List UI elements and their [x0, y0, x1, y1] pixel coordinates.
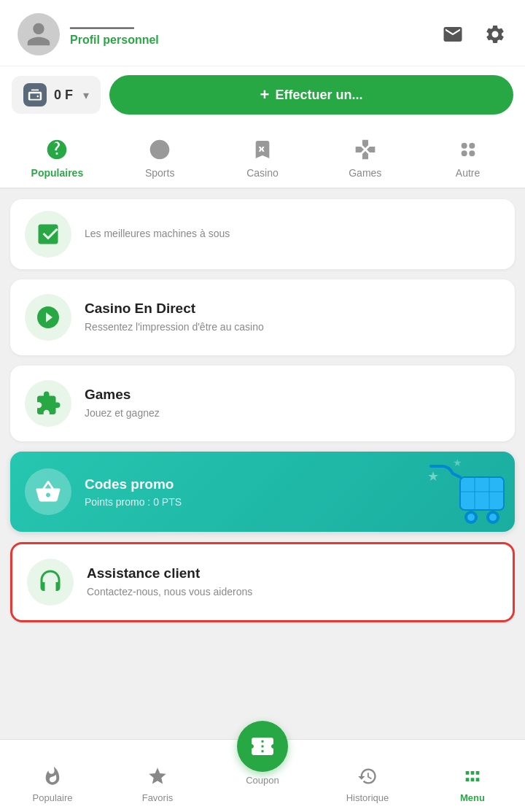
- header: ━━━━━━━━━━━ Profil personnel: [0, 0, 525, 66]
- tab-autre-label: Autre: [456, 167, 480, 179]
- games-icon: [352, 136, 378, 163]
- promo-text: Codes promo Points promo : 0 PTS: [85, 476, 500, 508]
- svg-point-13: [467, 514, 475, 521]
- svg-point-14: [486, 511, 499, 524]
- promo-subtitle: Points promo : 0 PTS: [85, 496, 500, 508]
- nav-favoris[interactable]: Favoris: [105, 756, 210, 812]
- games-card-icon-circle: [25, 380, 71, 427]
- tab-games-label: Games: [349, 167, 381, 179]
- promo-icon-circle: [25, 468, 71, 515]
- tab-autre[interactable]: Autre: [416, 126, 519, 187]
- svg-point-12: [464, 511, 478, 524]
- tab-sports[interactable]: Sports: [109, 126, 211, 187]
- svg-point-2: [461, 150, 467, 156]
- assistance-icon-circle: [27, 559, 74, 606]
- games-card[interactable]: Games Jouez et gagnez: [10, 366, 515, 441]
- svg-point-3: [469, 150, 475, 156]
- casino-live-subtitle: Ressentez l'impression d'être au casino: [85, 320, 500, 335]
- main-content: Les meilleures machines à sous Casino En…: [0, 189, 525, 713]
- coupon-circle: [237, 721, 288, 772]
- slots-card[interactable]: Les meilleures machines à sous: [10, 199, 515, 269]
- svg-point-0: [461, 143, 467, 149]
- balance-selector[interactable]: 0 F ▾: [12, 76, 101, 114]
- nav-menu-label: Menu: [460, 792, 485, 803]
- settings-icon[interactable]: [483, 22, 508, 47]
- mail-icon[interactable]: [440, 22, 465, 47]
- username-text: ━━━━━━━━━━━: [70, 23, 159, 34]
- casino-live-icon-circle: [25, 294, 71, 341]
- games-text: Games Jouez et gagnez: [85, 387, 500, 421]
- promo-card[interactable]: Codes promo Points promo : 0 PTS ★ ★ ★: [10, 452, 515, 532]
- action-btn-label: Effectuer un...: [275, 88, 362, 103]
- nav-populaire[interactable]: Populaire: [0, 756, 105, 812]
- tab-casino-label: Casino: [246, 167, 279, 179]
- balance-amount: 0 F: [54, 88, 73, 103]
- profile-label: Profil personnel: [70, 34, 159, 47]
- assistance-card[interactable]: Assistance client Contactez-nous, nous v…: [10, 542, 515, 622]
- tab-casino[interactable]: Casino: [211, 126, 314, 187]
- nav-menu[interactable]: Menu: [420, 756, 525, 812]
- menu-icon: [462, 766, 483, 789]
- assistance-text: Assistance client Contactez-nous, nous v…: [87, 565, 498, 600]
- sports-icon: [147, 136, 173, 163]
- svg-point-15: [489, 514, 497, 521]
- tab-sports-label: Sports: [145, 167, 174, 179]
- star-icon: [147, 766, 168, 789]
- flame-icon: [42, 766, 63, 789]
- slots-text: Les meilleures machines à sous: [85, 227, 500, 241]
- plus-icon: +: [260, 85, 270, 104]
- casino-live-text: Casino En Direct Ressentez l'impression …: [85, 301, 500, 335]
- avatar[interactable]: [18, 13, 60, 55]
- assistance-subtitle: Contactez-nous, nous vous aiderons: [87, 585, 498, 600]
- autre-icon: [455, 136, 481, 163]
- assistance-title: Assistance client: [87, 565, 498, 581]
- nav-coupon-label: Coupon: [246, 775, 279, 786]
- svg-point-1: [469, 143, 475, 149]
- nav-historique-label: Historique: [346, 792, 389, 803]
- nav-coupon[interactable]: Coupon: [210, 711, 315, 794]
- tab-populaires[interactable]: Populaires: [6, 126, 109, 187]
- casino-live-title: Casino En Direct: [85, 301, 500, 317]
- populaires-icon: [44, 136, 70, 163]
- slots-subtitle: Les meilleures machines à sous: [85, 227, 500, 241]
- header-left: ━━━━━━━━━━━ Profil personnel: [18, 13, 159, 55]
- chevron-down-icon: ▾: [83, 88, 89, 102]
- history-icon: [357, 766, 378, 789]
- promo-title: Codes promo: [85, 476, 500, 492]
- slots-icon-circle: [25, 211, 71, 258]
- header-icons: [440, 22, 508, 47]
- action-button[interactable]: + Effectuer un...: [109, 75, 513, 115]
- svg-text:★: ★: [453, 457, 462, 468]
- category-tabs: Populaires Sports Casino Games Autre: [0, 126, 525, 189]
- wallet-icon: [23, 83, 47, 107]
- balance-bar: 0 F ▾ + Effectuer un...: [0, 66, 525, 126]
- nav-historique[interactable]: Historique: [315, 756, 420, 812]
- casino-icon: [249, 136, 276, 163]
- nav-populaire-label: Populaire: [33, 792, 73, 803]
- games-subtitle: Jouez et gagnez: [85, 406, 500, 421]
- nav-favoris-label: Favoris: [142, 792, 174, 803]
- casino-card[interactable]: Casino En Direct Ressentez l'impression …: [10, 279, 515, 355]
- tab-populaires-label: Populaires: [31, 167, 84, 179]
- tab-games[interactable]: Games: [314, 126, 416, 187]
- games-title: Games: [85, 387, 500, 403]
- bottom-nav: Populaire Favoris Coupon Historique Menu: [0, 739, 525, 812]
- profile-info: ━━━━━━━━━━━ Profil personnel: [70, 23, 159, 47]
